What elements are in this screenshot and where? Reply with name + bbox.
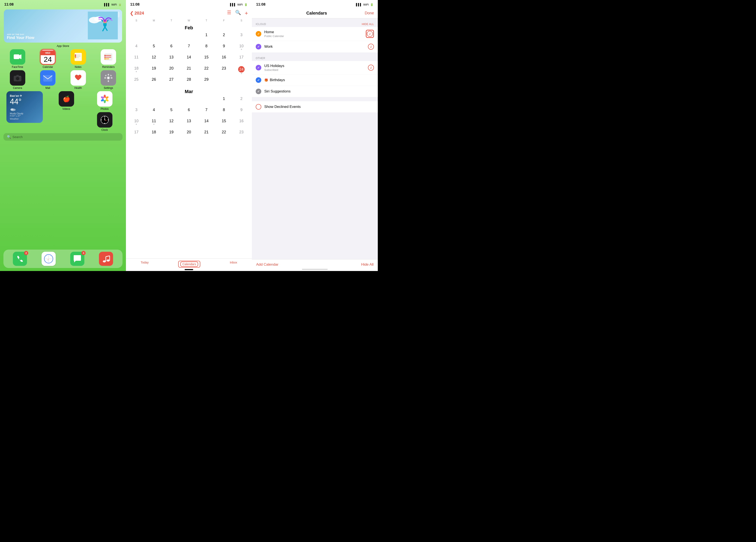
cal-cell-feb1[interactable]: 1 [198, 31, 215, 43]
calendar-item-work[interactable]: ✓ Work i [252, 41, 378, 52]
cal-cell-feb29[interactable]: 29 [198, 76, 215, 87]
cal-cell-feb14[interactable]: 14 [180, 54, 198, 65]
birthdays-checkbox[interactable]: ✓ [256, 77, 261, 83]
hide-all-footer-button[interactable]: Hide All [361, 263, 374, 267]
done-button[interactable]: Done [365, 11, 374, 15]
calendar-item-home[interactable]: ✓ Home Public Calendar i [252, 27, 378, 41]
tab-calendars[interactable]: Calendars [180, 262, 198, 267]
cal-cell-feb23[interactable]: 23 [215, 65, 233, 76]
app-item-settings[interactable]: Settings [94, 70, 123, 90]
cal-cell-feb19[interactable]: 19 [145, 65, 163, 76]
cal-cell[interactable] [128, 31, 145, 43]
us-holidays-checkbox[interactable]: ✓ [256, 65, 261, 70]
cal-cell-feb10[interactable]: 10 [233, 43, 250, 54]
cal-cell-mar20[interactable]: 20 [180, 129, 198, 140]
app-store-banner[interactable]: A [4, 9, 122, 43]
cal-cell-mar18[interactable]: 18 [145, 129, 163, 140]
calendar-item-birthdays[interactable]: ✓ 🎁 Birthdays [252, 75, 378, 86]
calendar-item-siri[interactable]: ✓ Siri Suggestions [252, 86, 378, 97]
app-item-camera[interactable]: Camera [3, 70, 32, 90]
show-declined-checkbox[interactable] [256, 104, 261, 110]
cal-cell-mar13[interactable]: 13 [180, 118, 198, 129]
cal-cell-mar11[interactable]: 11 [145, 118, 163, 129]
cal-cell-feb9[interactable]: 9 [215, 43, 233, 54]
home-info-button[interactable]: i [367, 31, 373, 37]
cal-cell-feb8[interactable]: 8 [198, 43, 215, 54]
cal-cell-feb17[interactable]: 17 [233, 54, 250, 65]
cal-cell[interactable] [145, 31, 163, 43]
app-item-facetime[interactable]: FaceTime [3, 49, 32, 69]
app-item-calendar[interactable]: WED 24 Calendar [33, 49, 63, 69]
cal-cell-feb11[interactable]: 11 [128, 54, 145, 65]
cal-cell-mar23[interactable]: 23 [233, 129, 250, 140]
cal-cell-mar12[interactable]: 12 [163, 118, 180, 129]
dock-item-music[interactable] [99, 252, 113, 266]
work-info-button[interactable]: i [368, 44, 374, 50]
list-icon[interactable]: ☰ [227, 10, 231, 16]
cal-cell-mar10[interactable]: 10 [128, 118, 145, 129]
cal-cell-mar14[interactable]: 14 [198, 118, 215, 129]
cal-cell-feb18[interactable]: 18 [128, 65, 145, 76]
cal-cell[interactable] [180, 31, 198, 43]
back-arrow-icon[interactable]: ❮ [130, 10, 134, 16]
app-item-videos[interactable]: 🍎 Videos [48, 91, 85, 111]
cal-cell-feb13[interactable]: 13 [163, 54, 180, 65]
cal-cell-mar7[interactable]: 7 [198, 106, 215, 118]
cal-cell-mar17[interactable]: 17 [128, 129, 145, 140]
tab-today[interactable]: Today [141, 261, 149, 268]
cal-cell-feb16[interactable]: 16 [215, 54, 233, 65]
weather-widget[interactable]: Bao'an ✈ 44° Mostly Cloudy H:54° L:37° W… [6, 91, 43, 123]
cal-cell-feb15[interactable]: 15 [198, 54, 215, 65]
work-checkbox[interactable]: ✓ [256, 44, 261, 49]
us-holidays-info-button[interactable]: i [368, 65, 374, 71]
year-nav[interactable]: ❮ 2024 [130, 10, 144, 16]
calendar-item-us-holidays[interactable]: ✓ US Holidays Subscribed i [252, 61, 378, 75]
add-calendar-button[interactable]: Add Calendar [256, 263, 278, 267]
cal-cell[interactable] [163, 31, 180, 43]
cal-cell-feb20[interactable]: 20 [163, 65, 180, 76]
cal-cell-mar6[interactable]: 6 [180, 106, 198, 118]
cal-cell-mar21[interactable]: 21 [198, 129, 215, 140]
cal-cell-feb6[interactable]: 6 [163, 43, 180, 54]
cal-cell-mar1[interactable]: 1 [215, 95, 233, 106]
cal-cell-feb26[interactable]: 26 [145, 76, 163, 87]
cal-cell-mar2[interactable]: 2 [233, 95, 250, 106]
hide-all-button[interactable]: HIDE ALL [362, 23, 374, 26]
cal-cell-mar3[interactable]: 3 [128, 106, 145, 118]
add-icon[interactable]: + [245, 10, 248, 16]
cal-cell-feb25[interactable]: 25 [128, 76, 145, 87]
search-icon-cal[interactable]: 🔍 [235, 10, 241, 16]
cal-cell-feb2[interactable]: 2 [215, 31, 233, 43]
app-item-health[interactable]: Health [64, 70, 93, 90]
home-checkbox[interactable]: ✓ [256, 31, 261, 37]
app-item-reminders[interactable]: Reminders [94, 49, 123, 69]
cal-cell-feb4[interactable]: 4 [128, 43, 145, 54]
cal-cell-mar19[interactable]: 19 [163, 129, 180, 140]
app-item-clock[interactable]: Clock [86, 112, 123, 132]
tab-inbox[interactable]: Inbox [230, 261, 237, 268]
cal-cell-mar8[interactable]: 8 [215, 106, 233, 118]
cal-cell-mar5[interactable]: 5 [163, 106, 180, 118]
cal-cell-feb27[interactable]: 27 [163, 76, 180, 87]
cal-cell-mar22[interactable]: 22 [215, 129, 233, 140]
cal-cell-feb21[interactable]: 21 [180, 65, 198, 76]
cal-cell-feb28[interactable]: 28 [180, 76, 198, 87]
cal-cell-feb22[interactable]: 22 [198, 65, 215, 76]
cal-cell-feb3[interactable]: 3 [233, 31, 250, 43]
app-item-notes[interactable]: Notes [64, 49, 93, 69]
dock-item-phone[interactable]: 2 [13, 252, 27, 266]
app-item-mail[interactable]: Mail [33, 70, 63, 90]
siri-checkbox[interactable]: ✓ [256, 89, 261, 94]
app-item-photos[interactable]: Photos [86, 91, 123, 111]
search-bar[interactable]: 🔍 Search [3, 133, 123, 141]
cal-cell-feb24-today[interactable]: 24 [233, 65, 250, 76]
cal-cell-feb5[interactable]: 5 [145, 43, 163, 54]
show-declined-item[interactable]: Show Declined Events [252, 101, 378, 112]
tab-calendars-wrapper[interactable]: Calendars [178, 261, 200, 268]
cal-cell-mar15[interactable]: 15 [215, 118, 233, 129]
cal-cell-feb7[interactable]: 7 [180, 43, 198, 54]
cal-cell-mar9[interactable]: 9 [233, 106, 250, 118]
cal-cell-mar4[interactable]: 4 [145, 106, 163, 118]
cal-cell-mar16[interactable]: 16 [233, 118, 250, 129]
dock-item-safari[interactable] [42, 252, 56, 266]
